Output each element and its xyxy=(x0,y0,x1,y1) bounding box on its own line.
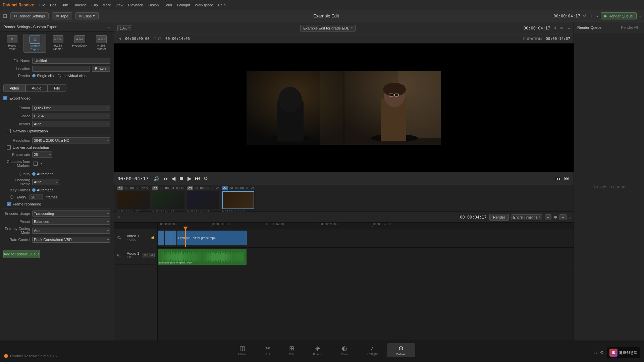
render-timeline-button[interactable]: Render xyxy=(489,214,509,221)
nav-color[interactable]: ◐ Color xyxy=(331,343,358,357)
volume-icon[interactable]: 🔊 xyxy=(154,176,159,181)
encoder-select[interactable]: Auto ▾ xyxy=(32,121,110,127)
nav-cut[interactable]: ✂ Cut xyxy=(256,343,280,357)
a1-mute-button[interactable]: M xyxy=(149,253,155,257)
use-vertical-checkbox[interactable] xyxy=(7,145,11,149)
entropy-select[interactable]: Auto ▾ xyxy=(32,228,110,234)
individual-clips-option[interactable]: Individual clips xyxy=(58,74,87,78)
encoding-profile-select[interactable]: Auto ▾ xyxy=(32,179,59,185)
preset-hyperdeck[interactable]: H.264 HyperDeck xyxy=(70,34,90,53)
resolution-select[interactable]: 3840 x 2160 Ultra HD ▾ xyxy=(32,137,110,143)
prev-clip-button[interactable]: ⏮ xyxy=(555,175,561,182)
menu-file[interactable]: File xyxy=(39,3,45,7)
zoom-slider-handle[interactable] xyxy=(554,216,557,219)
go-to-start-button[interactable]: ⏮ xyxy=(162,175,169,182)
every-frames-input[interactable] xyxy=(30,194,43,200)
network-opt-checkbox[interactable] xyxy=(7,129,11,133)
preset-reels[interactable]: ⊞ Reels Preset xyxy=(2,34,22,53)
clip-4-thumb[interactable] xyxy=(222,191,254,209)
every-radio[interactable] xyxy=(10,195,13,199)
encoder-usage-select[interactable]: Transcoding ▾ xyxy=(32,210,110,217)
rate-control-select[interactable]: Peak Constrained VBR ▾ xyxy=(32,237,110,243)
menu-fairlight[interactable]: Fairlight xyxy=(177,3,190,7)
clip-2-thumb[interactable] xyxy=(152,191,184,209)
preset-h264-master[interactable]: H.264 H.264 Master xyxy=(48,34,68,53)
quality-auto-radio[interactable] xyxy=(32,172,36,176)
frame-reorder-checkbox[interactable]: ✓ xyxy=(7,202,11,206)
a1-solo-button[interactable]: S xyxy=(142,253,148,257)
edl-selector[interactable]: Example Edit for grade EDL ▾ xyxy=(300,25,355,32)
layout-icon[interactable]: ⊞ xyxy=(589,14,592,18)
tab-file[interactable]: File xyxy=(48,84,66,92)
tab-video[interactable]: Video xyxy=(3,84,25,92)
timecode-sync-icon[interactable]: ↺ xyxy=(553,26,556,30)
menu-view[interactable]: View xyxy=(115,3,123,7)
menu-color[interactable]: Color xyxy=(163,3,172,7)
nav-edit[interactable]: ⊞ Edit xyxy=(280,343,304,357)
home-icon[interactable]: ⌂ xyxy=(594,350,597,355)
v1-mini-clip-3[interactable] xyxy=(171,231,176,245)
nav-media[interactable]: ◫ Media xyxy=(229,343,256,357)
filename-input[interactable] xyxy=(32,58,110,64)
zoom-out-button[interactable]: − xyxy=(545,214,551,220)
play-button[interactable]: ▶ xyxy=(187,175,192,182)
clips-button[interactable]: ⊞ Clips ▾ xyxy=(75,12,99,19)
preset-select[interactable]: Balanced ▾ xyxy=(32,219,110,225)
timeline-settings-icon[interactable]: ⊞ xyxy=(117,215,120,219)
nav-deliver[interactable]: ⊙ Deliver xyxy=(387,343,415,357)
zoom-in-button[interactable]: + xyxy=(559,214,566,220)
menu-help[interactable]: Help xyxy=(218,3,226,7)
tab-audio[interactable]: Audio xyxy=(25,84,48,92)
sync-icon[interactable]: ↺ xyxy=(583,14,586,18)
single-clip-option[interactable]: Single clip xyxy=(32,74,54,78)
loop-button[interactable]: ↺ xyxy=(203,175,209,182)
render-mode-select[interactable]: Entire Timeline ▾ xyxy=(512,214,542,220)
keyframes-auto-radio[interactable] xyxy=(32,188,36,192)
format-select[interactable]: QuickTime ▾ xyxy=(32,105,110,111)
panel-options-icon[interactable]: ··· xyxy=(106,24,110,29)
framerate-select[interactable]: 25 ▾ xyxy=(32,152,52,158)
menu-playback[interactable]: Playback xyxy=(128,3,143,7)
menu-clip[interactable]: Clip xyxy=(92,3,98,7)
nav-fusion[interactable]: ◈ Fusion xyxy=(304,343,331,357)
v1-main-clip[interactable]: Example Edit for grade.mp4 xyxy=(177,231,247,245)
more-options-icon[interactable]: ··· xyxy=(594,13,598,19)
layout-grid-icon[interactable]: ⊞ xyxy=(560,26,563,30)
tape-button[interactable]: ▭ Tape xyxy=(52,12,72,19)
playhead[interactable] xyxy=(185,229,186,247)
clip-3-thumb[interactable] xyxy=(187,191,219,209)
play-reverse-button[interactable]: ◀ xyxy=(171,175,176,182)
expand-icon[interactable]: + xyxy=(639,14,641,18)
menu-edit[interactable]: Edit xyxy=(50,3,56,7)
next-clip-button[interactable]: ⏭ xyxy=(564,175,570,182)
render-queue-button[interactable]: ▶ Render Queue xyxy=(601,12,636,19)
export-video-checkbox[interactable]: ✓ xyxy=(3,96,7,100)
render-settings-button[interactable]: ⊡ Render Settings xyxy=(10,12,49,19)
menu-mark[interactable]: Mark xyxy=(103,3,111,7)
zoom-select[interactable]: 13% ▾ xyxy=(117,25,132,31)
settings-icon[interactable]: ⚙ xyxy=(600,350,604,355)
v1-mini-clip-1[interactable] xyxy=(158,231,164,245)
go-to-end-button[interactable]: ⏭ xyxy=(194,175,201,182)
chapters-checkbox[interactable] xyxy=(34,162,38,166)
v1-mini-clip-2[interactable] xyxy=(165,231,171,245)
menu-workspace[interactable]: Workspace xyxy=(195,3,213,7)
single-clip-radio[interactable] xyxy=(32,74,36,77)
v1-lock-icon[interactable]: 🔒 xyxy=(151,236,155,239)
sub-header-options-icon[interactable]: ··· xyxy=(566,25,570,31)
add-to-render-queue-button[interactable]: Add to Render Queue xyxy=(3,250,40,258)
clip-1-thumb[interactable] xyxy=(117,191,150,209)
a1-clip[interactable]: Example Edit for grad...mp4 xyxy=(158,249,247,265)
stop-button[interactable]: ⏹ xyxy=(178,175,185,182)
individual-clips-radio[interactable] xyxy=(58,74,61,77)
menu-fusion[interactable]: Fusion xyxy=(148,3,159,7)
preset-h265-master[interactable]: H.265 H.265 Master xyxy=(91,34,112,53)
browse-button[interactable]: Browse xyxy=(92,66,110,72)
preset-custom-export[interactable]: ⊡ Custom Export xyxy=(23,34,46,53)
menu-timeline[interactable]: Timeline xyxy=(73,3,87,7)
render-all-button[interactable]: Render All xyxy=(618,24,641,31)
codec-select[interactable]: H.264 ▾ xyxy=(32,113,110,119)
location-input[interactable] xyxy=(32,66,90,72)
nav-fairlight[interactable]: ♪ Fairlight xyxy=(358,343,387,357)
menu-trim[interactable]: Trim xyxy=(61,3,68,7)
